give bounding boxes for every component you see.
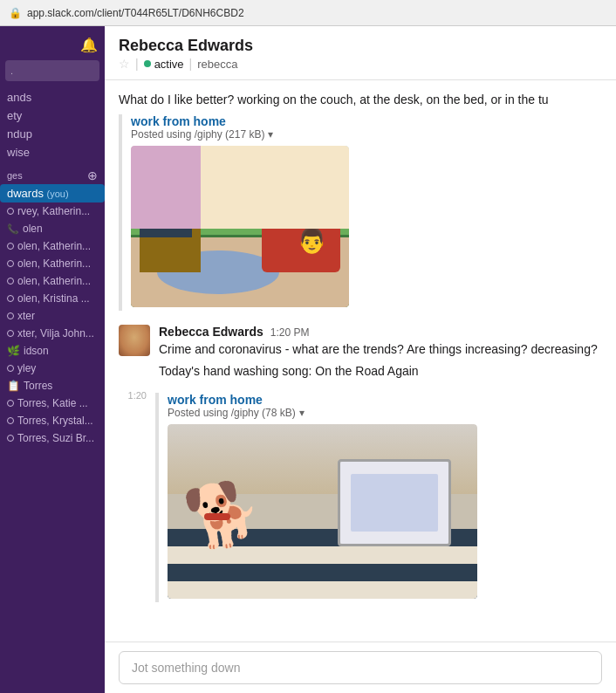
- sidebar-item-torres4[interactable]: Torres, Suzi Br...: [0, 429, 105, 447]
- divider2: |: [189, 57, 193, 71]
- sidebar-header: 🔔: [0, 26, 105, 60]
- sidebar-item-xter2[interactable]: xter, Vilja John...: [0, 325, 105, 342]
- search-box[interactable]: .: [5, 60, 99, 81]
- giphy-title-1[interactable]: work from home: [131, 114, 602, 128]
- message-input-box[interactable]: Jot something down: [119, 651, 602, 684]
- msg-timestamp: 1:20: [119, 390, 147, 401]
- dog-gif: 🐕: [168, 424, 477, 599]
- active-badge: active: [144, 58, 184, 71]
- status-dot: [7, 312, 14, 319]
- giphy-attachment-2: work from home Posted using /giphy (78 k…: [155, 393, 602, 602]
- giphy-dropdown-icon-2[interactable]: ▾: [299, 407, 305, 419]
- profile-meta: ☆ | active | rebecca: [119, 57, 602, 71]
- dm-section-header: ges ⊕: [0, 161, 105, 184]
- active-dot: [144, 60, 151, 67]
- sidebar-item-xter1[interactable]: xter: [0, 307, 105, 325]
- add-dm-icon[interactable]: ⊕: [87, 168, 98, 182]
- status-dot: [7, 243, 14, 250]
- giphy-dropdown-icon-1[interactable]: ▾: [268, 128, 273, 141]
- giphy-title-2[interactable]: work from home: [168, 393, 602, 407]
- giphy-meta-2: Posted using /giphy (78 kB) ▾: [168, 407, 602, 419]
- emoji-icon: 📋: [7, 380, 20, 392]
- thread-message: Rebecca Edwards 1:20 PM Crime and corona…: [119, 325, 602, 381]
- thread-header: Rebecca Edwards 1:20 PM: [159, 325, 602, 339]
- sidebar-item-torres3[interactable]: Torres, Krystal...: [0, 412, 105, 429]
- dog-collar: [204, 513, 230, 520]
- search-placeholder: .: [10, 65, 13, 76]
- simpsons-gif-visual: 👨: [131, 146, 349, 307]
- laptop: [338, 459, 451, 546]
- browser-bar: 🔒 app.slack.com/client/T044R65LT/D6NH6CB…: [0, 0, 616, 26]
- thread-line-1: Crime and coronavirus - what are the tre…: [159, 340, 602, 359]
- thread-content: Rebecca Edwards 1:20 PM Crime and corona…: [159, 325, 602, 381]
- phone-icon: 📞: [7, 223, 19, 235]
- active-label: active: [154, 58, 184, 71]
- sidebar-item-torres2[interactable]: Torres, Katie ...: [0, 395, 105, 412]
- divider: |: [135, 57, 139, 71]
- app-container: 🔔 . ands ety ndup wise ges ⊕ dwards (you…: [0, 26, 616, 693]
- homer: 👨: [297, 226, 327, 255]
- second-giphy-container: work from home Posted using /giphy (78 k…: [155, 388, 602, 602]
- avatar-face: [119, 325, 150, 356]
- username: rebecca: [197, 58, 237, 71]
- sidebar-item-olen3[interactable]: olen, Katherin...: [0, 255, 105, 272]
- status-dot: [7, 400, 14, 407]
- dm-section-label: ges: [7, 170, 23, 181]
- star-icon[interactable]: ☆: [119, 57, 130, 71]
- status-dot: [7, 435, 14, 442]
- sidebar-item-edwards[interactable]: dwards (you): [0, 184, 105, 202]
- sidebar-item-yley[interactable]: yley: [0, 360, 105, 377]
- giphy-meta-1: Posted using /giphy (217 kB) ▾: [131, 128, 602, 141]
- avatar: [119, 325, 150, 356]
- giphy-attachment-1: work from home Posted using /giphy (217 …: [119, 114, 602, 311]
- browser-url: app.slack.com/client/T044R65LT/D6NH6CBD2: [27, 7, 244, 19]
- sidebar-item-ands[interactable]: ands: [0, 88, 105, 106]
- profile-header: Rebecca Edwards ☆ | active | rebecca: [105, 26, 616, 80]
- dog-gif-visual: 🐕: [168, 424, 477, 599]
- simpsons-gif: 👨: [131, 146, 349, 307]
- status-dot: [7, 260, 14, 267]
- status-dot: [7, 365, 14, 372]
- status-dot: [7, 295, 14, 302]
- status-dot: [7, 278, 14, 285]
- message-text-1: What do I like better? working on the co…: [119, 91, 602, 109]
- messages-area: What do I like better? working on the co…: [105, 80, 616, 642]
- sidebar-item-olen2[interactable]: olen, Katherin...: [0, 237, 105, 255]
- status-dot: [7, 417, 14, 424]
- sidebar-nav: ands ety ndup wise ges ⊕ dwards (you) rv…: [0, 88, 105, 693]
- status-dot-away: [7, 208, 14, 215]
- message-input-area: Jot something down: [105, 642, 616, 693]
- bell-icon[interactable]: 🔔: [80, 37, 98, 53]
- sidebar-item-ety[interactable]: ety: [0, 106, 105, 125]
- sidebar: 🔔 . ands ety ndup wise ges ⊕ dwards (you…: [0, 26, 105, 693]
- main-content: Rebecca Edwards ☆ | active | rebecca Wha…: [105, 26, 616, 693]
- sidebar-item-wise[interactable]: wise: [0, 143, 105, 161]
- thread-time: 1:20 PM: [270, 326, 310, 339]
- message-block-1: What do I like better? working on the co…: [119, 91, 602, 311]
- lock-icon: 🔒: [9, 7, 22, 19]
- sidebar-item-ndup[interactable]: ndup: [0, 125, 105, 143]
- wall-left: [131, 146, 201, 229]
- profile-name[interactable]: Rebecca Edwards: [119, 37, 602, 55]
- sidebar-item-olen5[interactable]: olen, Kristina ...: [0, 290, 105, 307]
- timestamp-message: 1:20 work from home Posted using /giphy …: [119, 388, 602, 602]
- thread-line-2: Today's hand washing song: On the Road A…: [159, 362, 602, 381]
- sidebar-item-olen1[interactable]: 📞 olen: [0, 220, 105, 237]
- sidebar-item-rvey[interactable]: rvey, Katherin...: [0, 202, 105, 220]
- sidebar-item-idson[interactable]: 🌿 idson: [0, 342, 105, 360]
- sidebar-item-olen4[interactable]: olen, Katherin...: [0, 272, 105, 290]
- emoji-icon: 🌿: [7, 345, 20, 357]
- thread-author[interactable]: Rebecca Edwards: [159, 325, 264, 339]
- status-dot: [7, 330, 14, 337]
- sidebar-item-torres1[interactable]: 📋 Torres: [0, 377, 105, 395]
